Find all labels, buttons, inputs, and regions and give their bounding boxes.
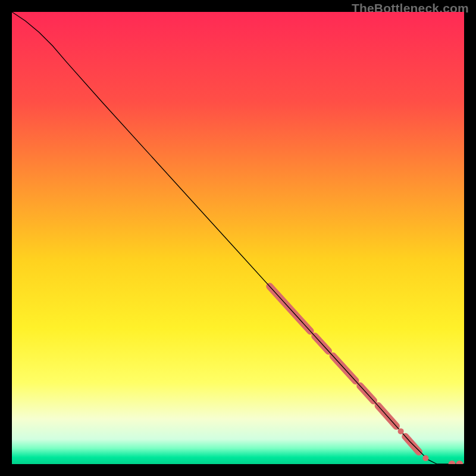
chart-svg (12, 12, 464, 464)
marker-dot (398, 428, 404, 434)
marker-dot (422, 455, 428, 461)
plot-area (12, 12, 464, 464)
gradient-background (12, 12, 464, 464)
chart-stage: TheBottleneck.com (0, 0, 476, 476)
